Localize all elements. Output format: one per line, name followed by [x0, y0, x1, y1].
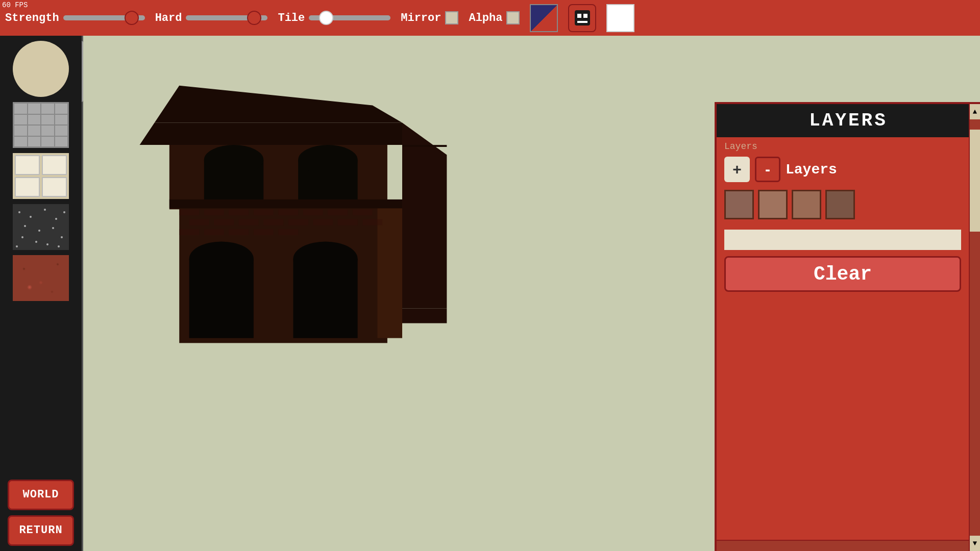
svg-rect-2	[583, 14, 587, 18]
layers-input[interactable]	[724, 230, 961, 250]
color-swatch-2[interactable]	[758, 190, 788, 219]
svg-rect-22	[229, 209, 249, 215]
layers-label: Layers	[786, 162, 837, 178]
layers-remove-button[interactable]: -	[755, 157, 780, 182]
brush-circle[interactable]	[13, 41, 69, 97]
brush-brick[interactable]	[13, 102, 69, 148]
svg-rect-19	[169, 199, 402, 208]
hard-label: Hard	[155, 12, 182, 24]
brush-grid[interactable]	[13, 153, 69, 199]
strength-control: Strength	[5, 12, 145, 24]
tile-slider-thumb[interactable]	[319, 11, 333, 25]
layers-controls: + - Layers	[717, 152, 980, 187]
svg-rect-39	[254, 229, 274, 235]
brush-dots[interactable]	[13, 204, 69, 250]
svg-point-15	[189, 241, 254, 276]
hard-control: Hard	[155, 12, 268, 24]
mirror-checkbox[interactable]	[445, 11, 458, 24]
svg-marker-9	[402, 308, 447, 323]
hard-slider-thumb[interactable]	[247, 11, 261, 25]
svg-rect-40	[278, 229, 298, 235]
tile-control: Tile	[278, 12, 390, 24]
layers-section-label: Layers	[717, 137, 980, 152]
svg-rect-38	[229, 229, 249, 235]
svg-rect-30	[239, 219, 259, 226]
svg-rect-27	[353, 209, 373, 215]
svg-rect-3	[577, 21, 587, 23]
tile-label: Tile	[278, 12, 305, 24]
svg-rect-32	[288, 219, 308, 226]
svg-rect-36	[179, 229, 199, 235]
layers-clear-button[interactable]: Clear	[724, 256, 961, 292]
svg-marker-8	[402, 122, 447, 308]
svg-point-13	[298, 145, 357, 174]
hard-slider-track[interactable]	[186, 15, 267, 20]
sidebar: WORLD RETURN	[0, 36, 82, 551]
svg-rect-31	[263, 219, 283, 226]
white-swatch-icon[interactable]	[606, 4, 634, 32]
svg-rect-35	[362, 219, 382, 226]
color-swatch-4[interactable]	[825, 190, 855, 219]
svg-rect-0	[575, 10, 590, 26]
svg-rect-34	[338, 219, 358, 226]
svg-rect-21	[204, 209, 224, 215]
building-svg	[134, 46, 502, 383]
layers-header: LAYERS	[717, 104, 980, 137]
return-button[interactable]: RETURN	[8, 515, 74, 546]
svg-rect-25	[303, 209, 323, 215]
strength-label: Strength	[5, 12, 59, 24]
svg-rect-37	[204, 229, 224, 235]
svg-marker-7	[155, 86, 402, 123]
building-area	[134, 46, 502, 383]
svg-rect-20	[179, 209, 199, 215]
svg-rect-26	[328, 209, 348, 215]
color-swatch-1[interactable]	[724, 190, 754, 219]
color-swatches	[717, 187, 980, 222]
svg-rect-28	[189, 219, 209, 226]
layers-scroll-arrow-up[interactable]: ▲	[970, 104, 980, 119]
svg-rect-29	[214, 219, 234, 226]
svg-rect-41	[402, 145, 447, 147]
layers-scroll-thumb[interactable]	[970, 130, 980, 232]
svg-rect-33	[313, 219, 333, 226]
face-icon[interactable]	[568, 4, 596, 32]
alpha-checkbox[interactable]	[506, 11, 520, 24]
alpha-control: Alpha	[469, 11, 520, 24]
layers-panel: LAYERS Layers + - Layers ▲ ▼ Clear	[715, 102, 980, 551]
svg-rect-1	[577, 14, 581, 18]
layers-bottom-scrollbar[interactable]	[717, 540, 969, 551]
fps-counter: 60 FPS	[2, 1, 28, 9]
layers-scroll-arrow-down[interactable]: ▼	[970, 536, 980, 551]
strength-slider-track[interactable]	[63, 15, 145, 20]
strength-slider-thumb[interactable]	[125, 11, 139, 25]
world-button[interactable]: WORLD	[8, 480, 74, 510]
toolbar: Strength Hard Tile Mirror Alpha	[0, 0, 980, 36]
alpha-label: Alpha	[469, 12, 502, 24]
svg-point-11	[204, 145, 263, 174]
svg-rect-23	[254, 209, 274, 215]
mirror-label: Mirror	[401, 12, 441, 24]
color-swatch-3[interactable]	[792, 190, 821, 219]
mirror-control: Mirror	[401, 11, 458, 24]
layers-add-button[interactable]: +	[724, 157, 750, 182]
brush-texture[interactable]	[13, 255, 69, 301]
svg-point-17	[293, 241, 357, 276]
tile-slider-track[interactable]	[309, 15, 390, 20]
layers-scrollbar[interactable]: ▲ ▼	[969, 104, 980, 551]
color-picker-icon[interactable]	[530, 4, 558, 32]
svg-marker-6	[140, 122, 418, 145]
svg-rect-24	[278, 209, 298, 215]
